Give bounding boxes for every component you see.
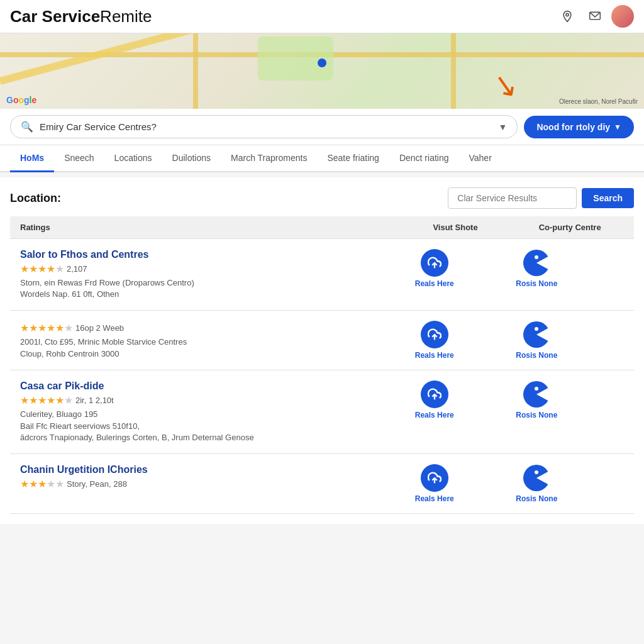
reals-here-button[interactable]: Reals Here: [415, 464, 454, 503]
rating-count: Story, Pean, 288: [67, 479, 127, 489]
google-logo: Google: [6, 95, 36, 105]
stars-group: ★★★★★★: [20, 322, 73, 334]
location-label: Location:: [10, 192, 61, 205]
action-cell-1: Reals Here: [405, 370, 506, 454]
svg-point-9: [535, 327, 538, 331]
result-address: Storn, ein Rewas Frd Rowe (Droparows Cen…: [20, 277, 395, 300]
col-visut: Visut Shote: [405, 216, 506, 239]
star-icon: ★: [29, 323, 38, 333]
results-table: Ratings Visut Shote Co-purty Centre Salo…: [10, 216, 634, 514]
rosis-none-label: Rosis None: [516, 411, 557, 419]
rosis-none-button[interactable]: Rosis None: [516, 464, 557, 503]
orange-arrow-indicator: ↘: [490, 65, 521, 104]
stars-group: ★★★★★: [20, 478, 64, 490]
upload-icon-circle: [421, 321, 448, 348]
location-section: Location: Search Ratings Visut Shote Co-…: [0, 177, 644, 524]
table-header-row: Ratings Visut Shote Co-purty Centre: [10, 216, 634, 239]
upload-icon: [428, 471, 441, 485]
star-icon: ★: [20, 323, 29, 333]
tab-sneech[interactable]: Sneech: [54, 145, 104, 172]
upload-icon: [428, 256, 441, 270]
pacman-icon-circle: [523, 321, 550, 348]
title-bold: Car Service: [10, 7, 100, 26]
reals-here-label: Reals Here: [415, 351, 454, 360]
star-icon: ★: [20, 479, 29, 489]
tab-seate[interactable]: Seate friating: [317, 145, 389, 172]
address-line: 2001l, Cto £95, Mrinic Moble Starvice Ce…: [20, 336, 395, 348]
star-icon: ★: [20, 395, 29, 406]
action-cell-2: Rosis None: [506, 311, 634, 370]
star-icon: ★: [55, 323, 64, 333]
location-search-button[interactable]: Search: [582, 188, 634, 208]
col-ratings: Ratings: [10, 216, 405, 239]
result-stars-row: ★★★★★ 2,107: [20, 263, 395, 275]
action-cell-1: Reals Here: [405, 239, 506, 311]
address-line: Bail Ffc Rieart seerviows 510f10,: [20, 421, 395, 432]
result-name: Chanin Urgetition IChories: [20, 464, 395, 475]
result-info-cell: Casa car Pik-dide ★★★★★★ 2ir, 1 2,10t Cu…: [10, 370, 405, 454]
reals-here-button[interactable]: Reals Here: [415, 321, 454, 360]
star-icon: ★: [38, 395, 47, 406]
svg-point-0: [566, 13, 569, 16]
table-row: ★★★★★★ 16op 2 Weeb 2001l, Cto £95, Mrini…: [10, 311, 634, 370]
address-line: Cloup, Rohb Centroin 3000: [20, 348, 395, 360]
tab-denct[interactable]: Denct riating: [389, 145, 459, 172]
star-icon: ★: [38, 323, 47, 333]
address-line: ādcrors Tnapionady, Bulerings Corten, B,…: [20, 432, 395, 443]
need-button[interactable]: Nood for rtoly diy ▼: [524, 116, 634, 138]
action-cell-1: Reals Here: [405, 453, 506, 513]
result-info-cell: ★★★★★★ 16op 2 Weeb 2001l, Cto £95, Mrini…: [10, 311, 405, 370]
svg-point-13: [535, 387, 538, 391]
star-icon: ★: [47, 395, 55, 406]
star-icon: ★: [38, 479, 47, 489]
tab-homs[interactable]: HoMs: [10, 145, 54, 172]
star-icon: ★: [47, 479, 55, 489]
star-icon: ★: [47, 323, 55, 333]
search-dropdown-arrow[interactable]: ▼: [499, 122, 508, 132]
result-name: Casa car Pik-dide: [20, 380, 395, 392]
map-background: ↘ Google Olerece slaon, Norel Pacufir: [0, 33, 644, 109]
tab-locations[interactable]: Locations: [104, 145, 162, 172]
pacman-icon: [523, 380, 550, 408]
tab-march[interactable]: March Traproments: [221, 145, 317, 172]
star-icon: ★: [29, 264, 38, 274]
result-stars-row: ★★★★★★ 16op 2 Weeb: [20, 322, 395, 334]
avatar[interactable]: [611, 5, 634, 28]
location-pin-icon: [561, 10, 574, 23]
result-address: Culeritey, Bluago 195Bail Ffc Rieart see…: [20, 409, 395, 443]
search-input[interactable]: [40, 121, 492, 132]
stars-group: ★★★★★: [20, 263, 64, 275]
tab-duilotions[interactable]: Duilotions: [162, 145, 221, 172]
rosis-none-label: Rosis None: [516, 279, 557, 288]
pacman-icon: [523, 249, 550, 277]
pacman-icon: [523, 321, 550, 348]
nav-tabs: HoMs Sneech Locations Duilotions March T…: [0, 145, 644, 172]
star-icon: ★: [47, 264, 55, 274]
header-icons: [556, 5, 634, 28]
search-icon: 🔍: [21, 121, 33, 133]
svg-point-17: [535, 470, 538, 474]
result-info-cell: Salor to Fthos and Centres ★★★★★ 2,107 S…: [10, 239, 405, 311]
address-line: Storn, ein Rewas Frd Rowe (Droparows Cen…: [20, 277, 395, 289]
rosis-none-button[interactable]: Rosis None: [516, 321, 557, 360]
message-icon-btn[interactable]: [584, 5, 606, 28]
result-name: Salor to Fthos and Centres: [20, 249, 395, 260]
map-copyright: Olerece slaon, Norel Pacufir: [559, 98, 638, 105]
star-icon: ★: [29, 395, 38, 406]
rosis-none-button[interactable]: Rosis None: [516, 380, 557, 419]
result-address: 2001l, Cto £95, Mrinic Moble Starvice Ce…: [20, 336, 395, 359]
action-cell-2: Rosis None: [506, 239, 634, 311]
rating-count: 2,107: [67, 264, 87, 274]
location-icon-btn[interactable]: [556, 5, 579, 28]
reals-here-button[interactable]: Reals Here: [415, 249, 454, 288]
app-title: Car ServiceRemite: [10, 7, 152, 26]
tab-vaher[interactable]: Vaher: [459, 145, 502, 172]
reals-here-button[interactable]: Reals Here: [415, 380, 454, 419]
pacman-icon-circle: [523, 380, 550, 408]
clear-service-input[interactable]: [448, 187, 577, 209]
header: Car ServiceRemite: [0, 0, 644, 33]
upload-icon-circle: [421, 249, 448, 277]
action-cell-1: Reals Here: [405, 311, 506, 370]
rosis-none-button[interactable]: Rosis None: [516, 249, 557, 288]
star-icon: ★: [64, 323, 73, 333]
